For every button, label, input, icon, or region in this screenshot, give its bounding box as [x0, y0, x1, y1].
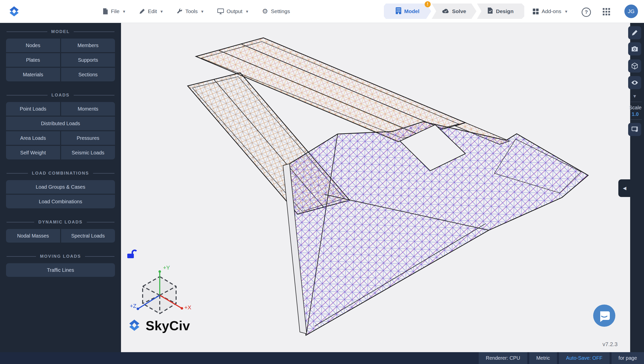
chat-button[interactable]	[593, 304, 616, 327]
version-label: v7.2.3	[602, 341, 618, 348]
left-sidebar: MODEL Nodes Members Plates Supports Mate…	[0, 23, 121, 352]
tab-solve-label: Solve	[452, 8, 466, 14]
tab-model-label: Model	[404, 8, 420, 14]
tools-menu[interactable]: Tools ▼	[177, 8, 204, 14]
menu-bar: File ▼ Edit ▼ Tools ▼ O	[103, 0, 290, 23]
units-status[interactable]: Metric	[529, 352, 557, 364]
edit-menu[interactable]: Edit ▼	[139, 8, 164, 14]
traffic-lines-button[interactable]: Traffic Lines	[6, 263, 115, 277]
divider-line	[631, 119, 642, 120]
area-loads-button[interactable]: Area Loads	[6, 131, 60, 145]
divider-line	[74, 95, 115, 95]
load-groups-cases-button[interactable]: Load Groups & Cases	[6, 180, 115, 194]
pencil-icon	[139, 8, 145, 14]
model-viewport[interactable]: +Y +X +Z SkyCiv v7.2.3	[121, 23, 630, 352]
toolbar-expand-chevron[interactable]: ▼	[630, 94, 639, 99]
avatar-initials: JG	[628, 8, 635, 14]
tab-design[interactable]: Design	[477, 4, 524, 19]
self-weight-button[interactable]: Self Weight	[6, 146, 60, 159]
collapse-arrow-icon: ◀	[623, 185, 626, 191]
deselect-icon	[631, 126, 638, 133]
axis-z-label: +Z	[130, 303, 136, 309]
screenshot-button[interactable]	[628, 42, 641, 55]
tab-design-label: Design	[496, 8, 513, 14]
building-icon	[396, 7, 401, 15]
settings-menu-label: Settings	[271, 8, 290, 14]
chevron-down-icon: ▼	[245, 9, 249, 14]
skyciv-logo-icon[interactable]	[7, 4, 21, 18]
right-toolbar: ▼ Scale 1.0	[630, 23, 644, 352]
status-bar: Renderer: CPU Metric Auto-Save: OFF for …	[0, 352, 644, 364]
section-title: LOADS	[52, 93, 70, 98]
wrench-icon	[177, 8, 183, 14]
tab-model[interactable]: Model	[384, 4, 431, 19]
tab-solve[interactable]: Solve	[432, 4, 476, 19]
file-menu-label: File	[111, 8, 119, 14]
section-header-moving-loads: MOVING LOADS	[7, 254, 114, 259]
settings-menu[interactable]: ⚙ Settings	[262, 8, 290, 15]
autosave-status[interactable]: Auto-Save: OFF	[559, 352, 610, 364]
divider-line	[631, 102, 642, 102]
section-title: MODEL	[51, 29, 70, 34]
output-menu[interactable]: Output ▼	[217, 8, 249, 14]
supports-button[interactable]: Supports	[61, 53, 115, 67]
pressures-button[interactable]: Pressures	[61, 131, 115, 145]
renderer-status[interactable]: Renderer: CPU	[479, 352, 527, 364]
section-title: MOVING LOADS	[40, 254, 81, 259]
distributed-loads-button[interactable]: Distributed Loads	[6, 117, 115, 130]
axis-y-label: +Y	[163, 264, 170, 271]
output-menu-label: Output	[227, 8, 243, 14]
plates-button[interactable]: Plates	[6, 53, 60, 67]
file-menu[interactable]: File ▼	[103, 8, 126, 15]
collapse-panel-handle[interactable]: ◀	[618, 179, 631, 197]
nodes-button[interactable]: Nodes	[6, 39, 60, 52]
divider-line	[7, 95, 48, 95]
divider-line	[87, 222, 114, 222]
user-avatar[interactable]: JG	[624, 5, 638, 18]
edit-tool-button[interactable]	[628, 26, 641, 39]
pencil-icon	[631, 29, 638, 36]
deselect-button[interactable]	[628, 123, 641, 136]
divider-line	[7, 222, 34, 222]
moving-loads-buttons: Traffic Lines	[6, 263, 115, 277]
seismic-loads-button[interactable]: Seismic Loads	[61, 146, 115, 159]
chevron-down-icon: ▼	[564, 9, 568, 14]
scale-value[interactable]: 1.0	[627, 111, 643, 117]
axis-x-label: +X	[184, 304, 191, 311]
section-title: LOAD COMBINATIONS	[32, 171, 89, 176]
skyciv-watermark-text: SkyCiv	[146, 318, 190, 333]
addons-grid-icon	[533, 9, 539, 14]
orientation-gizmo[interactable]: +Y +X +Z	[130, 264, 191, 314]
visibility-button[interactable]	[628, 76, 641, 89]
plate-purple-slab[interactable]	[283, 122, 588, 335]
divider-line	[93, 173, 114, 174]
sections-button[interactable]: Sections	[61, 68, 115, 81]
gear-icon: ⚙	[262, 8, 268, 15]
tools-menu-label: Tools	[185, 8, 198, 14]
point-loads-button[interactable]: Point Loads	[6, 102, 60, 116]
model-badge-glyph: !	[427, 2, 428, 7]
page-status[interactable]: for page	[612, 352, 644, 364]
addons-menu[interactable]: Add-ons ▼	[533, 0, 568, 23]
moments-button[interactable]: Moments	[61, 102, 115, 116]
unlock-icon[interactable]	[127, 250, 136, 258]
spectral-loads-button[interactable]: Spectral Loads	[61, 229, 115, 243]
materials-button[interactable]: Materials	[6, 68, 60, 81]
members-button[interactable]: Members	[61, 39, 115, 52]
cloud-check-icon	[442, 8, 449, 15]
model-canvas[interactable]: +Y +X +Z	[121, 23, 630, 352]
apps-grid-button[interactable]	[603, 8, 610, 15]
3d-view-button[interactable]	[628, 59, 641, 73]
load-combinations-button[interactable]: Load Combinations	[6, 195, 115, 208]
cube-icon	[631, 62, 638, 70]
top-navbar: File ▼ Edit ▼ Tools ▼ O	[0, 0, 644, 23]
help-button[interactable]: ?	[582, 8, 591, 17]
nodal-masses-button[interactable]: Nodal Masses	[6, 229, 60, 243]
section-header-loads: LOADS	[7, 93, 114, 98]
chevron-down-icon: ▼	[122, 9, 126, 14]
skyciv-watermark-icon	[127, 317, 142, 334]
divider-line	[85, 256, 114, 257]
section-header-model: MODEL	[7, 29, 114, 34]
chevron-down-icon: ▼	[200, 9, 204, 14]
loads-buttons: Point Loads Moments Distributed Loads Ar…	[6, 102, 115, 159]
